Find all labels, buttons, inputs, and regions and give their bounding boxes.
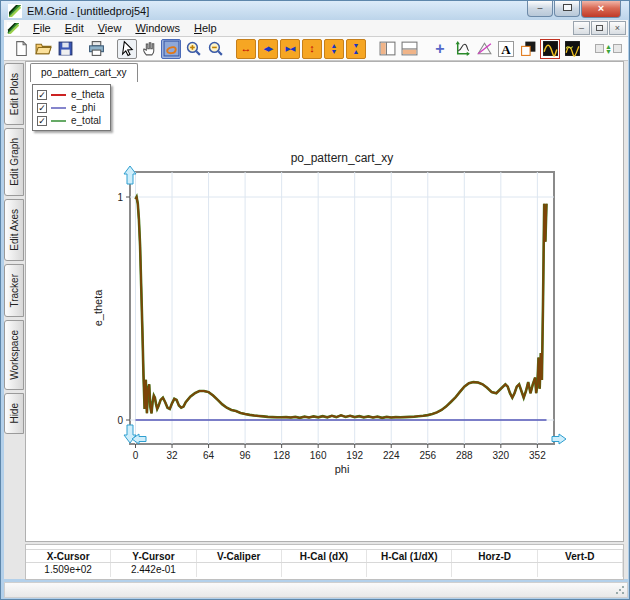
stretch-vertical-icon[interactable]: ▲▼ [324,39,344,59]
plot-style-1-icon[interactable] [540,39,560,59]
mdi-restore-button[interactable] [591,21,608,35]
stretch-horizontal-icon[interactable]: ◀▶ [258,39,278,59]
legend-checkbox-e_phi[interactable]: ✓ [37,103,47,113]
restore-icon [563,4,572,11]
graph-tab[interactable]: po_pattern_cart_xy [30,63,138,82]
app-logo-icon [8,4,22,18]
menu-edit[interactable]: Edit [58,21,91,35]
close-button[interactable]: × [581,1,621,18]
legend-line-sample [51,120,66,122]
pan-hand-icon[interactable] [139,39,159,59]
menu-view[interactable]: View [91,21,129,35]
zoom-in-icon[interactable] [183,39,203,59]
x-tick-label: 128 [273,450,290,461]
plot-legend: ✓e_theta✓e_phi✓e_total [32,84,111,131]
plot-canvas[interactable]: po_pattern_cart_xy0326496128160192224256… [26,62,624,541]
readout-header-vert-d: Vert-D [538,550,623,562]
legend-entry-e_theta: ✓e_theta [37,88,104,101]
readout-value-6 [538,563,623,577]
graph-panel: po_pattern_cart_xy0326496128160192224256… [25,61,624,542]
plot-frame [130,172,554,444]
maximize-button[interactable] [554,1,580,17]
menu-bar: FileEditViewWindowsHelp – × [4,20,628,37]
cursor-readout-table: X-CursorY-CursorV-CaliperH-Cal (dX)H-Cal… [25,544,624,580]
sidebar-tab-label: Hide [9,403,20,424]
sidebar-tab-edit-plots[interactable]: Edit Plots [4,63,24,125]
readout-header-x-cursor: X-Cursor [26,550,111,562]
readout-value-1: 2.442e-01 [111,563,196,577]
sidebar-tab-workspace[interactable]: Workspace [4,320,24,390]
shrink-vertical-icon[interactable]: ▼▲ [346,39,366,59]
legend-checkbox-e_theta[interactable]: ✓ [37,90,47,100]
sidebar-tab-label: Edit Axes [9,209,20,251]
menu-windows[interactable]: Windows [128,21,187,35]
sidebar-tab-tracker[interactable]: Tracker [4,264,24,318]
sidebar-tab-edit-graph[interactable]: Edit Graph [4,128,24,196]
x-tick-label: 256 [419,450,436,461]
mdi-restore-icon [596,25,603,31]
tile-vertical-icon[interactable] [377,39,397,59]
x-tick-label: 160 [310,450,327,461]
minimize-button[interactable]: – [527,1,553,17]
sidebar-tab-label: Workspace [9,330,20,380]
x-tick-label: 64 [203,450,215,461]
menu-file[interactable]: File [26,21,58,35]
legend-line-sample [51,107,66,109]
legend-entry-e_total: ✓e_total [37,114,104,127]
vertical-spacing-icon[interactable]: ▲▼ [593,39,624,59]
sidebar-tab-edit-axes[interactable]: Edit Axes [4,199,24,261]
caliper-icon[interactable] [474,39,494,59]
readout-header-h-cal-1-dx-: H-Cal (1/dX) [367,550,452,562]
expand-horizontal-icon[interactable]: ↔ [236,39,256,59]
sidebar-tab-label: Edit Plots [9,73,20,115]
readout-value-0: 1.509e+02 [26,563,111,577]
mdi-close-button[interactable]: × [609,21,626,35]
sidebar-tab-label: Edit Graph [9,138,20,186]
x-tick-label: 224 [383,450,400,461]
add-cursor-icon[interactable]: + [430,39,450,59]
zoom-out-icon[interactable] [205,39,225,59]
legend-entry-e_phi: ✓e_phi [37,101,104,114]
readout-value-5 [452,563,537,577]
title-bar: EM.Grid - [untitledproj54] – × [1,1,629,20]
print-icon[interactable] [86,39,106,59]
save-file-icon[interactable] [55,39,75,59]
resize-grip[interactable] [615,585,625,595]
open-file-icon[interactable] [33,39,53,59]
y-tick-label: 0 [117,415,123,426]
copy-image-icon[interactable] [518,39,538,59]
status-bar [4,582,628,598]
x-tick-label: 192 [346,450,363,461]
plot-style-2-icon[interactable] [562,39,582,59]
readout-header-y-cursor: Y-Cursor [111,550,196,562]
expand-vertical-icon[interactable]: ↕ [302,39,322,59]
legend-line-sample [51,94,66,96]
legend-checkbox-e_total[interactable]: ✓ [37,116,47,126]
menu-help[interactable]: Help [187,21,224,35]
readout-header-horz-d: Horz-D [452,550,537,562]
mdi-minimize-button[interactable]: – [573,21,590,35]
add-text-icon[interactable]: A [496,39,516,59]
x-tick-label: 288 [456,450,473,461]
plot-title: po_pattern_cart_xy [291,151,394,165]
new-document-icon[interactable] [11,39,31,59]
x-tick-label: 352 [529,450,546,461]
application-window: EM.Grid - [untitledproj54] – × FileEditV… [0,0,630,600]
edit-axes-icon[interactable] [452,39,472,59]
sidebar-tab-hide[interactable]: Hide [4,393,24,434]
sidebar-tab-label: Tracker [9,274,20,308]
readout-value-2 [197,563,282,577]
readout-value-3 [282,563,367,577]
select-cursor-icon[interactable] [117,39,137,59]
x-axis-label: phi [335,463,350,475]
y-axis-label: e_theta [92,289,104,327]
mdi-child-icon [7,22,20,35]
tile-horizontal-icon[interactable] [399,39,419,59]
legend-label: e_total [71,115,101,126]
x-tick-label: 0 [133,450,139,461]
zoom-region-icon[interactable] [161,39,181,59]
x-tick-label: 32 [166,450,178,461]
shrink-horizontal-icon[interactable]: ▶◀ [280,39,300,59]
legend-label: e_phi [71,102,95,113]
window-title: EM.Grid - [untitledproj54] [27,5,149,17]
